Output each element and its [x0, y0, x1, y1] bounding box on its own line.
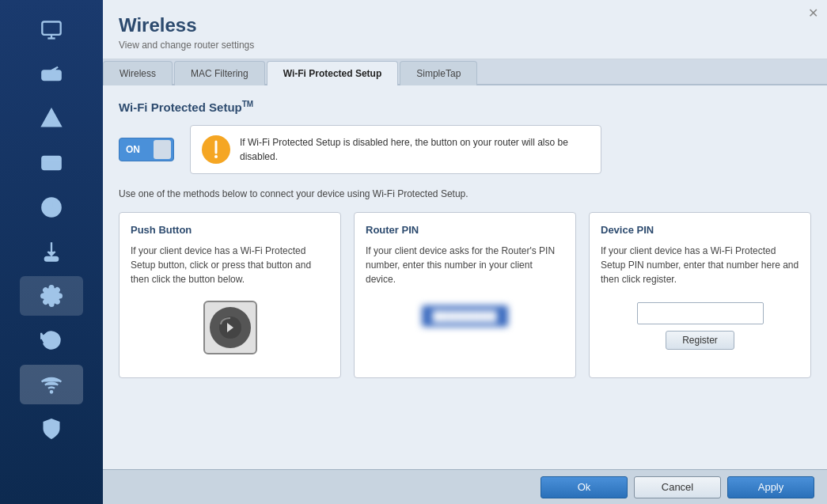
wps-section-title: Wi-Fi Protected SetupTM — [119, 100, 811, 114]
sidebar-item-wireless[interactable] — [20, 365, 83, 404]
header: Wireless View and change router settings — [103, 0, 827, 59]
svg-point-16 — [214, 155, 218, 158]
wps-toggle-area: ON If Wi-Fi Protected Setup is disabled … — [119, 125, 811, 174]
sidebar-item-cards[interactable] — [20, 143, 83, 183]
sidebar-item-router[interactable] — [20, 55, 83, 94]
svg-point-5 — [50, 74, 51, 76]
sidebar-item-security[interactable] — [20, 409, 83, 449]
warning-icon — [202, 135, 230, 164]
main-content: ✕ Wireless View and change router settin… — [103, 0, 827, 504]
sidebar-item-usb[interactable] — [20, 232, 83, 271]
register-button[interactable]: Register — [666, 331, 734, 350]
router-pin-desc: If your client device asks for the Route… — [366, 244, 564, 286]
svg-rect-0 — [42, 22, 60, 35]
ok-button[interactable]: Ok — [541, 476, 628, 498]
tab-mac-filtering[interactable]: MAC Filtering — [174, 61, 265, 85]
router-pin-title: Router PIN — [366, 224, 419, 236]
tab-wireless[interactable]: Wireless — [103, 61, 173, 85]
push-button-title: Push Button — [131, 224, 192, 236]
toggle-label: ON — [119, 144, 140, 155]
push-button-icon[interactable] — [203, 301, 257, 354]
use-one-text: Use one of the methods below to connect … — [119, 188, 811, 199]
card-push-button: Push Button If your client device has a … — [119, 212, 341, 378]
svg-point-9 — [51, 123, 51, 123]
sidebar-item-clock[interactable] — [20, 188, 83, 227]
sidebar-item-settings[interactable] — [20, 276, 83, 316]
wps-toggle[interactable]: ON — [119, 138, 174, 161]
router-pin-value: ████████ — [422, 305, 509, 327]
card-device-pin: Device PIN If your client device has a W… — [589, 212, 811, 378]
card-router-pin: Router PIN If your client device asks fo… — [354, 212, 576, 378]
sidebar-item-update[interactable] — [20, 320, 83, 360]
cards-row: Push Button If your client device has a … — [119, 212, 811, 378]
device-pin-input[interactable] — [637, 302, 764, 324]
svg-rect-10 — [42, 157, 60, 169]
sidebar-item-warning[interactable] — [20, 99, 83, 138]
cancel-button[interactable]: Cancel — [634, 476, 721, 498]
page-subtitle: View and change router settings — [119, 40, 811, 51]
sidebar-item-monitor[interactable] — [20, 10, 83, 50]
tabs-bar: Wireless MAC Filtering Wi-Fi Protected S… — [103, 59, 827, 85]
svg-point-14 — [51, 391, 52, 392]
apply-button[interactable]: Apply — [727, 476, 814, 498]
tab-simpletap[interactable]: SimpleTap — [400, 61, 477, 85]
close-button[interactable]: ✕ — [805, 5, 821, 21]
device-pin-desc: If your client device has a Wi-Fi Protec… — [601, 244, 799, 286]
page-title: Wireless — [119, 14, 811, 36]
sidebar — [0, 0, 103, 504]
warning-text: If Wi-Fi Protected Setup is disabled her… — [240, 135, 590, 164]
device-pin-title: Device PIN — [601, 224, 654, 236]
body-content: Wi-Fi Protected SetupTM ON If Wi-Fi Prot… — [103, 85, 827, 469]
footer: Ok Cancel Apply — [103, 469, 827, 504]
warning-box: If Wi-Fi Protected Setup is disabled her… — [190, 125, 601, 174]
svg-point-4 — [46, 74, 47, 76]
toggle-knob — [154, 140, 171, 159]
tab-wps[interactable]: Wi-Fi Protected Setup — [267, 61, 399, 85]
push-button-desc: If your client device has a Wi-Fi Protec… — [131, 244, 329, 286]
